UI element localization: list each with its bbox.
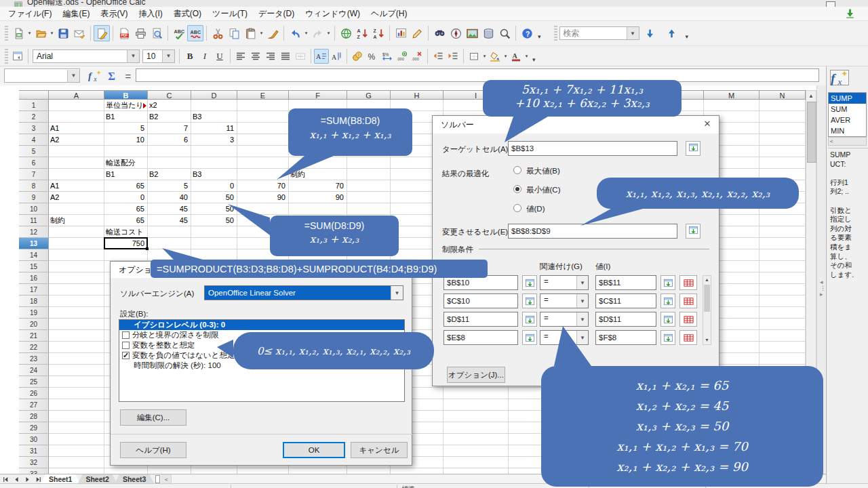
cell-B3[interactable]: 5 bbox=[106, 123, 144, 134]
edit-button[interactable]: 編集(C)... bbox=[120, 409, 186, 426]
menu-item-5[interactable]: 書式(O) bbox=[168, 7, 207, 21]
constraint-value-input[interactable]: $B$11 bbox=[595, 275, 656, 290]
cell-B11[interactable]: 65 bbox=[106, 216, 144, 226]
constraint-value-input[interactable]: $C$11 bbox=[595, 293, 656, 308]
cell-F7[interactable]: 制約 bbox=[290, 169, 344, 180]
function-list-item[interactable]: SUMP bbox=[829, 93, 866, 104]
italic-icon[interactable]: I bbox=[197, 49, 212, 64]
shrink-button[interactable] bbox=[522, 275, 537, 290]
matrix-button[interactable] bbox=[679, 293, 697, 308]
function-list-hscrollbar[interactable]: < bbox=[828, 137, 867, 146]
row-header-6[interactable]: 6 bbox=[19, 157, 49, 169]
help-icon[interactable]: ? bbox=[519, 25, 535, 41]
constraint-value-input[interactable]: $F$8 bbox=[595, 330, 656, 345]
cell-B9[interactable]: 0 bbox=[106, 192, 144, 203]
cut-icon[interactable] bbox=[210, 25, 226, 41]
text-horizontal-icon[interactable]: A bbox=[314, 49, 329, 64]
redo-icon[interactable] bbox=[309, 25, 326, 41]
column-header-E[interactable]: E bbox=[237, 90, 289, 100]
update-available-icon[interactable] bbox=[844, 8, 856, 20]
page-preview-icon[interactable] bbox=[149, 25, 165, 41]
chevron-down-icon[interactable]: ▾ bbox=[502, 54, 509, 59]
menu-item-7[interactable]: データ(D) bbox=[253, 7, 300, 21]
align-right-icon[interactable] bbox=[263, 49, 278, 64]
cell-C8[interactable]: 5 bbox=[149, 181, 188, 191]
cell-C11[interactable]: 45 bbox=[149, 216, 188, 226]
shrink-button[interactable] bbox=[660, 275, 675, 290]
chevron-down-icon[interactable]: ▾ bbox=[524, 54, 530, 59]
row-header-30[interactable]: 30 bbox=[19, 434, 49, 445]
scroll-up-icon[interactable]: ▲ bbox=[806, 91, 816, 101]
cell-D8[interactable]: 0 bbox=[193, 181, 234, 191]
function-list-item[interactable]: AVER bbox=[829, 115, 866, 125]
constraint-value-input[interactable]: $D$11 bbox=[595, 312, 656, 327]
cell-B1[interactable]: 単位当たりの bbox=[106, 100, 144, 110]
row-header-18[interactable]: 18 bbox=[19, 296, 49, 307]
cell-C1[interactable]: x2 bbox=[149, 100, 188, 110]
row-header-5[interactable]: 5 bbox=[19, 146, 49, 157]
align-left-icon[interactable] bbox=[233, 49, 248, 64]
cell-D2[interactable]: B3 bbox=[193, 112, 234, 122]
align-center-icon[interactable] bbox=[248, 49, 263, 64]
restore-window-icon[interactable] bbox=[826, 1, 835, 7]
zoom-icon[interactable] bbox=[496, 25, 513, 41]
column-header-A[interactable]: A bbox=[49, 90, 104, 100]
selection-handle[interactable] bbox=[146, 247, 149, 250]
cell-B12[interactable]: 輸送コスト bbox=[106, 227, 144, 237]
menu-item-4[interactable]: 挿入(I) bbox=[133, 7, 167, 21]
menu-item-1[interactable]: ファイル(F) bbox=[3, 7, 57, 21]
toolbar-grip[interactable] bbox=[5, 49, 8, 64]
constraint-operator-select[interactable]: =▼ bbox=[540, 330, 589, 345]
cell-B10[interactable]: 65 bbox=[106, 204, 144, 214]
cell-C3[interactable]: 7 bbox=[149, 123, 188, 134]
row-header-27[interactable]: 27 bbox=[19, 399, 49, 411]
email-icon[interactable] bbox=[71, 25, 87, 41]
row-header-31[interactable]: 31 bbox=[19, 445, 49, 457]
name-box[interactable]: ▼ bbox=[4, 68, 80, 83]
column-header-N[interactable]: N bbox=[760, 90, 806, 100]
sum-icon[interactable]: Σ bbox=[106, 69, 119, 83]
background-color-icon[interactable] bbox=[488, 49, 502, 64]
cell-F8[interactable]: 70 bbox=[290, 181, 344, 191]
export-pdf-icon[interactable]: PDF bbox=[116, 25, 132, 41]
function-list[interactable]: SUMPSUMAVERMIN bbox=[828, 92, 867, 137]
row-header-7[interactable]: 7 bbox=[19, 169, 49, 180]
menu-item-8[interactable]: ウィンドウ(W) bbox=[300, 7, 366, 21]
cancel-button[interactable]: キャンセル bbox=[351, 442, 408, 458]
toolbar-overflow-icon[interactable]: ▾ bbox=[686, 33, 689, 40]
checkbox-unchecked[interactable] bbox=[122, 331, 130, 339]
row-header-12[interactable]: 12 bbox=[19, 226, 49, 238]
row-header-4[interactable]: 4 bbox=[19, 134, 49, 146]
cell-B6[interactable]: 輸送配分 bbox=[106, 158, 144, 168]
scrollbar-thumb[interactable] bbox=[704, 285, 710, 312]
font-color-icon[interactable]: A bbox=[509, 49, 524, 64]
scrollbar-thumb[interactable] bbox=[807, 102, 816, 163]
constraint-operator-select[interactable]: =▼ bbox=[540, 312, 589, 327]
row-header-20[interactable]: 20 bbox=[19, 319, 49, 330]
row-header-8[interactable]: 8 bbox=[19, 180, 49, 192]
merge-cells-icon[interactable] bbox=[293, 49, 308, 64]
row-header-21[interactable]: 21 bbox=[19, 330, 49, 342]
cell-B2[interactable]: B1 bbox=[106, 112, 144, 122]
add-decimal-icon[interactable]: .000 bbox=[395, 49, 410, 64]
find-next-icon[interactable] bbox=[642, 25, 658, 41]
chevron-down-icon[interactable]: ▾ bbox=[258, 30, 264, 36]
column-header-F[interactable]: F bbox=[289, 90, 347, 100]
menu-item-9[interactable]: ヘルプ(H) bbox=[366, 7, 413, 21]
chevron-down-icon[interactable]: ▼ bbox=[162, 50, 174, 62]
matrix-button[interactable] bbox=[679, 330, 697, 345]
chevron-down-icon[interactable]: ▾ bbox=[49, 30, 55, 36]
cell-D10[interactable]: 50 bbox=[193, 204, 234, 214]
shrink-button[interactable] bbox=[660, 293, 675, 308]
new-document-icon[interactable] bbox=[10, 25, 26, 41]
row-header-26[interactable]: 26 bbox=[19, 388, 49, 399]
cell-F9[interactable]: 90 bbox=[290, 192, 344, 203]
sort-descending-icon[interactable]: ZA bbox=[370, 25, 387, 41]
formula-input[interactable] bbox=[136, 68, 819, 82]
format-paintbrush-icon[interactable] bbox=[264, 25, 281, 41]
function-wizard-icon[interactable]: fx bbox=[88, 69, 102, 83]
sort-ascending-icon[interactable]: AZ bbox=[354, 25, 370, 41]
sheet-tab-sheet3[interactable]: Sheet3 bbox=[115, 474, 154, 484]
borders-icon[interactable] bbox=[467, 49, 481, 64]
font-name-select[interactable]: Arial▼ bbox=[33, 49, 140, 63]
